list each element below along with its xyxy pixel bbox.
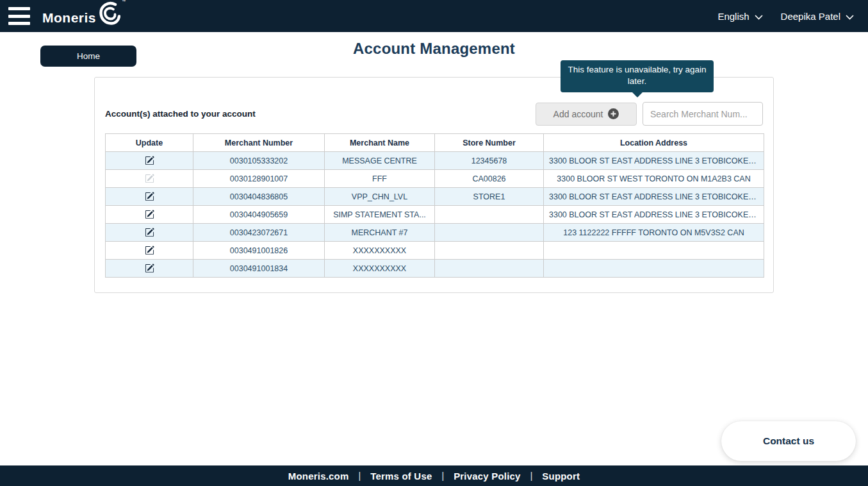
col-header-update: Update xyxy=(106,134,193,152)
table-row: 0030105333202MESSAGE CENTRE123456783300 … xyxy=(106,152,764,170)
col-header-location-address: Location Address xyxy=(544,134,764,152)
language-selector[interactable]: English xyxy=(717,11,762,22)
user-menu[interactable]: Deepika Patel xyxy=(781,11,854,22)
contact-us-button[interactable]: Contact us xyxy=(721,421,856,461)
brand-wordmark: Moneris xyxy=(42,11,96,28)
store-number-cell: STORE1 xyxy=(435,188,544,206)
footer-link-terms-of-use[interactable]: Terms of Use xyxy=(370,471,432,482)
location-address-cell xyxy=(544,260,764,278)
merchant-number-cell: 0030404836805 xyxy=(193,188,325,206)
account-table-body: 0030105333202MESSAGE CENTRE123456783300 … xyxy=(106,152,764,278)
merchant-name-cell: FFF xyxy=(325,170,435,188)
merchant-name-cell: SIMP STATEMENT STA... xyxy=(325,206,435,224)
add-account-button[interactable]: Add account xyxy=(536,103,637,126)
edit-pencil-square-icon[interactable] xyxy=(143,244,156,256)
page-title: Account Management xyxy=(0,40,868,58)
col-header-store-number: Store Number xyxy=(435,134,544,152)
merchant-number-cell: 0030105333202 xyxy=(193,152,325,170)
update-cell xyxy=(106,152,193,170)
navbar-right: English Deepika Patel xyxy=(717,11,868,22)
location-address-cell: 3300 BLOOR ST EAST ADDRESS LINE 3 ETOBIC… xyxy=(544,188,764,206)
accounts-table: Update Merchant Number Merchant Name Sto… xyxy=(105,133,764,278)
store-number-cell: 12345678 xyxy=(435,152,544,170)
update-cell xyxy=(106,260,193,278)
footer-link-moneris-com[interactable]: Moneris.com xyxy=(288,471,349,482)
search-merchant-input[interactable] xyxy=(643,102,763,126)
merchant-name-cell: XXXXXXXXXX xyxy=(325,242,435,260)
table-row: 0030404905659SIMP STATEMENT STA...3300 B… xyxy=(106,206,764,224)
footer-link-support[interactable]: Support xyxy=(542,471,580,482)
chevron-down-icon xyxy=(755,11,763,22)
footer-separator: | xyxy=(441,471,444,481)
update-cell xyxy=(106,170,193,188)
footer: Moneris.com | Terms of Use | Privacy Pol… xyxy=(0,465,868,486)
merchant-number-cell: 0030423072671 xyxy=(193,224,325,242)
panel-actions: Add account xyxy=(536,102,763,126)
merchant-name-cell: MESSAGE CENTRE xyxy=(325,152,435,170)
merchant-number-cell: 0030491001826 xyxy=(193,242,325,260)
location-address-cell: 123 1122222 FFFFF TORONTO ON M5V3S2 CAN xyxy=(544,224,764,242)
store-number-cell: CA00826 xyxy=(435,170,544,188)
update-cell xyxy=(106,242,193,260)
table-row: 0030491001834XXXXXXXXXX xyxy=(106,260,764,278)
location-address-cell: 3300 BLOOR ST EAST ADDRESS LINE 3 ETOBIC… xyxy=(544,206,764,224)
section-label: Account(s) attached to your account xyxy=(105,109,256,119)
footer-link-privacy-policy[interactable]: Privacy Policy xyxy=(454,471,521,482)
top-navbar: Moneris ™ English Deepika Patel xyxy=(0,0,868,32)
accounts-panel: Account(s) attached to your account Add … xyxy=(94,77,774,293)
merchant-name-cell: VPP_CHN_LVL xyxy=(325,188,435,206)
merchant-number-cell: 0030404905659 xyxy=(193,206,325,224)
table-row: 0030491001826XXXXXXXXXX xyxy=(106,242,764,260)
merchant-number-cell: 0030128901007 xyxy=(193,170,325,188)
col-header-merchant-number: Merchant Number xyxy=(193,134,325,152)
panel-header: Account(s) attached to your account Add … xyxy=(105,102,763,126)
update-cell xyxy=(106,206,193,224)
trademark-symbol: ™ xyxy=(122,0,126,3)
table-row: 0030128901007FFFCA008263300 BLOOR ST WES… xyxy=(106,170,764,188)
location-address-cell: 3300 BLOOR ST WEST TORONTO ON M1A2B3 CAN xyxy=(544,170,764,188)
footer-separator: | xyxy=(530,471,533,481)
store-number-cell xyxy=(435,224,544,242)
edit-pencil-square-icon[interactable] xyxy=(143,226,156,239)
edit-pencil-square-icon[interactable] xyxy=(143,155,156,167)
store-number-cell xyxy=(435,260,544,278)
update-cell xyxy=(106,188,193,206)
table-header-row: Update Merchant Number Merchant Name Sto… xyxy=(106,134,764,152)
footer-separator: | xyxy=(359,471,361,481)
feature-unavailable-tooltip: This feature is unavailable, try again l… xyxy=(561,60,714,92)
col-header-merchant-name: Merchant Name xyxy=(325,134,435,152)
store-number-cell xyxy=(435,242,544,260)
user-name: Deepika Patel xyxy=(781,11,840,22)
location-address-cell xyxy=(544,242,764,260)
store-number-cell xyxy=(435,206,544,224)
update-cell xyxy=(106,224,193,242)
moneris-logo: Moneris ™ xyxy=(42,4,120,28)
merchant-number-cell: 0030491001834 xyxy=(193,260,325,278)
hamburger-menu-icon[interactable] xyxy=(8,6,31,26)
merchant-name-cell: XXXXXXXXXX xyxy=(325,260,435,278)
language-label: English xyxy=(717,11,749,22)
table-row: 0030423072671MERCHANT #7123 1122222 FFFF… xyxy=(106,224,764,242)
table-row: 0030404836805VPP_CHN_LVLSTORE13300 BLOOR… xyxy=(106,188,764,206)
plus-circle-icon xyxy=(608,108,619,119)
app-root: Moneris ™ English Deepika Patel xyxy=(0,0,868,486)
chevron-down-icon xyxy=(846,11,854,22)
merchant-name-cell: MERCHANT #7 xyxy=(325,224,435,242)
edit-pencil-square-icon[interactable] xyxy=(143,262,156,274)
edit-pencil-square-icon[interactable] xyxy=(143,190,156,203)
location-address-cell: 3300 BLOOR ST EAST ADDRESS LINE 3 ETOBIC… xyxy=(544,152,764,170)
moneris-swirl-icon: ™ xyxy=(97,1,120,28)
edit-pencil-square-icon[interactable] xyxy=(143,208,156,221)
edit-pencil-square-icon xyxy=(143,172,156,185)
add-account-label: Add account xyxy=(553,109,603,119)
